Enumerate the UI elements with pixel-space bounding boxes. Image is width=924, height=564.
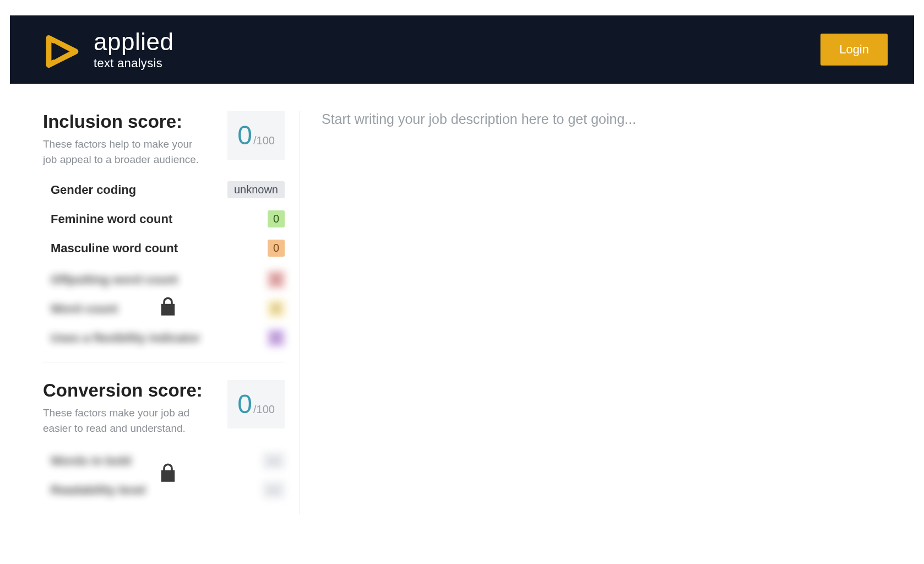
inclusion-locked-metrics[interactable]: Offputting word count 0 Word count 0 Use… xyxy=(51,269,285,346)
conversion-score-max: /100 xyxy=(253,403,275,416)
metric-label: Feminine word count xyxy=(51,212,172,226)
editor-placeholder: Start writing your job description here … xyxy=(322,111,892,127)
conversion-score-desc: These factors make your job ad easier to… xyxy=(43,405,208,436)
triangle-logo-icon xyxy=(43,30,81,69)
inclusion-score-max: /100 xyxy=(253,134,275,147)
brand-subtitle: text analysis xyxy=(94,57,173,69)
metric-label: Gender coding xyxy=(51,183,136,197)
metric-label: Offputting word count xyxy=(51,273,178,287)
inclusion-score-desc: These factors help to make your job appe… xyxy=(43,137,208,167)
inclusion-score-value: 0 xyxy=(237,122,252,149)
metric-label: Words in bold xyxy=(51,454,131,468)
logo: applied text analysis xyxy=(43,30,173,69)
metric-value: 0 xyxy=(268,300,285,317)
metric-feminine-count: Feminine word count 0 xyxy=(51,210,285,227)
brand-name: applied xyxy=(94,30,173,54)
metric-value: 0 xyxy=(268,240,285,257)
metric-locked: Offputting word count 0 xyxy=(51,271,285,288)
login-button[interactable]: Login xyxy=(820,34,888,66)
metric-locked: Readability level — xyxy=(51,481,285,498)
inclusion-score-box: 0 /100 xyxy=(227,111,285,160)
metric-value: 0 xyxy=(268,271,285,288)
metric-gender-coding: Gender coding unknown xyxy=(51,181,285,198)
conversion-score-value: 0 xyxy=(237,391,252,417)
inclusion-score-title: Inclusion score: xyxy=(43,111,208,132)
metric-locked: Words in bold — xyxy=(51,452,285,469)
conversion-locked-metrics[interactable]: Words in bold — Readability level — xyxy=(51,450,285,498)
section-divider xyxy=(43,362,285,362)
metric-value: — xyxy=(263,452,285,469)
metric-label: Readability level xyxy=(51,483,145,497)
metric-value: 0 xyxy=(268,329,285,346)
analysis-sidebar: Inclusion score: These factors help to m… xyxy=(10,111,300,514)
metric-label: Masculine word count xyxy=(51,241,178,256)
metric-value: 0 xyxy=(268,210,285,227)
metric-label: Word count xyxy=(51,302,118,316)
metric-label: Uses a flexibility indicator xyxy=(51,331,200,345)
metric-value: unknown xyxy=(227,181,285,198)
metric-locked: Word count 0 xyxy=(51,300,285,317)
inclusion-score-block: Inclusion score: These factors help to m… xyxy=(43,111,285,346)
metric-locked: Uses a flexibility indicator 0 xyxy=(51,329,285,346)
conversion-score-title: Conversion score: xyxy=(43,380,208,401)
conversion-score-block: Conversion score: These factors make you… xyxy=(43,380,285,498)
metric-masculine-count: Masculine word count 0 xyxy=(51,240,285,257)
conversion-score-box: 0 /100 xyxy=(227,380,285,429)
metric-value: — xyxy=(263,481,285,498)
app-header: applied text analysis Login xyxy=(10,15,914,84)
editor-area[interactable]: Start writing your job description here … xyxy=(300,111,914,514)
